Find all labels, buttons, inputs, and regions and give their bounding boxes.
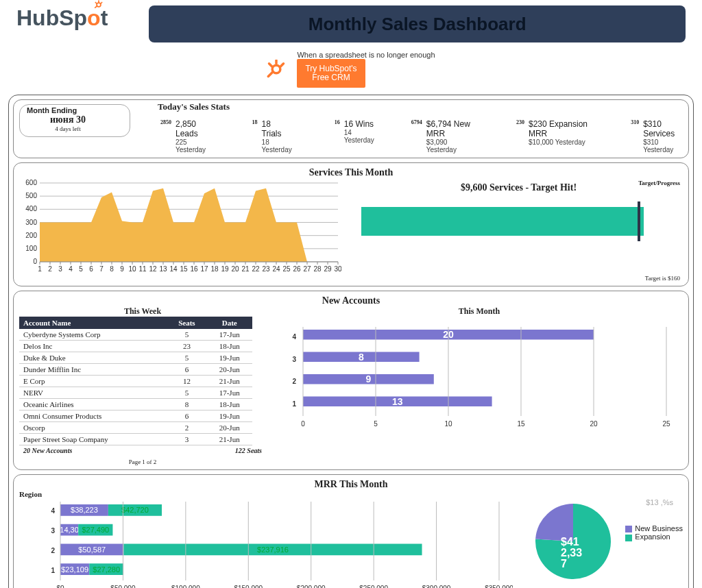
logo-text-pre: HubSp	[16, 5, 87, 31]
svg-text:13: 13	[159, 265, 167, 273]
try-crm-button[interactable]: Try HubSpot's Free CRM	[297, 59, 365, 88]
svg-text:4: 4	[69, 265, 73, 273]
stat-item: 18 18 Trials 18 Yesterday	[244, 119, 292, 154]
table-row: Duke & Duke519-Jun	[19, 352, 252, 364]
panel-services: Services This Month 01002003004005006001…	[13, 162, 689, 286]
mrr-pie-block: $412,337 New Business Expansion $13 ,%s	[525, 490, 683, 588]
svg-text:13: 13	[392, 396, 403, 407]
svg-text:1: 1	[292, 400, 296, 408]
mrr-bar-chart: $38,223$42,7204$14,305$27,4903$50,587$23…	[19, 498, 513, 588]
accounts-page: Page 1 of 2	[19, 458, 266, 465]
svg-text:29: 29	[324, 265, 332, 273]
svg-text:$100,000: $100,000	[171, 585, 200, 588]
svg-text:5: 5	[374, 420, 378, 428]
panel-new-accounts: New Accounts This Week Account NameSeats…	[13, 291, 689, 470]
svg-text:600: 600	[25, 180, 37, 186]
svg-text:14: 14	[169, 265, 178, 273]
svg-text:30: 30	[334, 265, 341, 273]
services-title: Services This Month	[19, 167, 683, 178]
svg-text:2: 2	[292, 378, 296, 386]
table-row: Dunder Mifflin Inc620-Jun	[19, 364, 252, 376]
svg-text:20: 20	[590, 420, 598, 428]
svg-text:100: 100	[25, 245, 37, 252]
svg-text:15: 15	[180, 265, 188, 273]
new-accounts-title: New Accounts	[19, 295, 683, 306]
services-area-chart: 0100200300400500600123456789101112131415…	[19, 180, 348, 282]
target-progress-label: Target/Progress	[638, 180, 680, 186]
svg-text:3: 3	[292, 356, 296, 363]
accounts-total: 20 New Accounts	[23, 447, 72, 454]
table-row: Oscorp220-Jun	[19, 422, 252, 434]
stat-item: 230 $230 Expansion MRR $10,000 Yesterday	[511, 119, 591, 154]
table-row: Omni Consumer Products619-Jun	[19, 411, 252, 422]
page-title: Monthly Sales Dashboard	[308, 14, 526, 35]
stat-item: 16 16 Wins 14 Yesterday	[326, 119, 374, 154]
target-marker	[638, 201, 640, 241]
svg-text:$237,916: $237,916	[257, 546, 289, 554]
svg-text:500: 500	[25, 193, 37, 200]
stat-item: 2850 2,850 Leads 225 Yesterday	[158, 119, 210, 154]
services-target-chart: Target/Progress $9,600 Services - Target…	[354, 180, 683, 282]
svg-text:20: 20	[231, 265, 239, 273]
svg-text:$23,109: $23,109	[61, 565, 88, 574]
svg-text:16: 16	[190, 265, 198, 273]
svg-text:15: 15	[517, 420, 525, 428]
svg-text:26: 26	[293, 265, 301, 273]
svg-line-9	[269, 72, 274, 77]
logo-accent-o: o	[87, 5, 101, 31]
svg-text:$150,000: $150,000	[234, 585, 263, 588]
svg-text:$250,000: $250,000	[359, 585, 388, 588]
promo-tagline: When a spreadsheet is no longer enough	[297, 51, 435, 59]
today-stats-title: Today's Sales Stats	[158, 101, 683, 112]
svg-text:5: 5	[79, 265, 83, 273]
svg-text:$350,000: $350,000	[485, 585, 513, 588]
svg-text:2: 2	[48, 265, 52, 273]
svg-text:8: 8	[359, 352, 364, 363]
svg-text:9: 9	[366, 374, 372, 385]
month-ending-pill: Month Ending июня 30 4 days left	[19, 104, 130, 137]
table-row: NERV517-Jun	[19, 387, 252, 399]
svg-text:7: 7	[561, 558, 567, 569]
svg-text:3: 3	[58, 265, 62, 273]
services-target-hit: $9,600 Services - Target Hit!	[354, 182, 683, 193]
seats-total: 122 Seats	[235, 447, 262, 454]
svg-text:2: 2	[51, 547, 55, 554]
svg-line-4	[95, 6, 97, 8]
accounts-table: Account NameSeatsDate Cyberdyne Systems …	[19, 317, 252, 445]
svg-text:$50,000: $50,000	[110, 585, 136, 588]
svg-text:300: 300	[25, 219, 37, 226]
svg-text:8: 8	[110, 265, 114, 273]
region-label: Region	[19, 490, 518, 498]
panel-mrr: MRR This Month Region $38,223$42,7204$14…	[13, 474, 689, 588]
svg-text:$27,490: $27,490	[82, 526, 109, 535]
svg-text:0: 0	[33, 258, 37, 265]
legend-swatch-new	[625, 526, 632, 532]
svg-text:11: 11	[138, 265, 147, 273]
svg-text:$50,587: $50,587	[78, 546, 106, 554]
svg-text:27: 27	[303, 265, 311, 273]
svg-text:21: 21	[241, 265, 250, 273]
table-row: Delos Inc2318-Jun	[19, 341, 252, 352]
svg-text:10: 10	[128, 265, 136, 273]
table-row: E Corp1221-Jun	[19, 376, 252, 387]
table-row: Cyberdyne Systems Corp517-Jun	[19, 329, 252, 341]
title-banner: Monthly Sales Dashboard	[149, 5, 686, 42]
month-ending-date: июня 30	[27, 114, 109, 125]
svg-text:18: 18	[210, 265, 219, 273]
svg-text:12: 12	[149, 265, 157, 273]
mrr-pie-chart: $412,337	[525, 490, 628, 588]
month-ending-days: 4 days left	[27, 125, 109, 132]
pie-small-label: $13 ,%s	[646, 498, 673, 506]
mrr-legend: New Business Expansion	[625, 524, 683, 541]
panel-today-stats: Month Ending июня 30 4 days left Today's…	[13, 99, 689, 158]
svg-text:400: 400	[25, 206, 37, 213]
svg-line-8	[269, 64, 273, 67]
svg-text:1: 1	[38, 265, 42, 273]
svg-text:$27,280: $27,280	[93, 565, 120, 574]
svg-text:$41: $41	[561, 536, 579, 548]
hubspot-logo: HubSp o t	[16, 5, 108, 31]
svg-text:4: 4	[292, 334, 296, 341]
new-accounts-bar-chart: 20483921310510152025	[276, 317, 680, 433]
new-accounts-this-month: This Month	[276, 306, 683, 317]
target-bar	[361, 207, 644, 236]
